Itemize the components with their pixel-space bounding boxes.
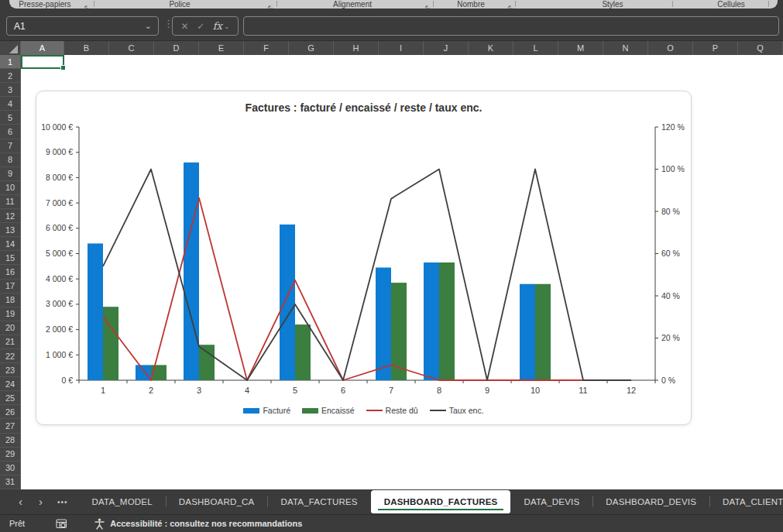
- row-header-8[interactable]: 8: [0, 153, 21, 167]
- column-header-D[interactable]: D: [154, 41, 199, 55]
- row-header-2[interactable]: 2: [0, 69, 21, 83]
- column-header-P[interactable]: P: [693, 41, 738, 55]
- column-header-L[interactable]: L: [513, 41, 558, 55]
- column-header-I[interactable]: I: [379, 41, 424, 55]
- row-header-10[interactable]: 10: [0, 181, 21, 195]
- row-header-19[interactable]: 19: [0, 307, 21, 321]
- legend-item[interactable]: Taux enc.: [430, 406, 484, 415]
- insert-function-button[interactable]: fx ⌄: [213, 20, 230, 32]
- cancel-icon[interactable]: ✕: [181, 21, 189, 32]
- macro-record-icon[interactable]: [56, 519, 67, 529]
- column-header-N[interactable]: N: [603, 41, 648, 55]
- select-all-triangle-icon: [9, 45, 18, 53]
- enter-icon[interactable]: ✓: [197, 21, 204, 32]
- svg-text:5 000 €: 5 000 €: [46, 249, 73, 258]
- row-header-13[interactable]: 13: [0, 223, 21, 237]
- accessibility-status[interactable]: Accessibilité : consultez nos recommanda…: [110, 519, 302, 528]
- sheet-tab-bar: ‹ › ••• DATA_MODELDASHBOARD_CADATA_FACTU…: [0, 489, 783, 514]
- row-header-4[interactable]: 4: [0, 97, 21, 111]
- column-header-F[interactable]: F: [244, 41, 289, 55]
- row-header-30[interactable]: 30: [0, 462, 21, 475]
- row-header-24[interactable]: 24: [0, 377, 21, 391]
- svg-text:100 %: 100 %: [661, 164, 685, 173]
- tab-label: DASHBOARD_CA: [179, 497, 255, 506]
- svg-text:4: 4: [245, 386, 249, 395]
- legend-item[interactable]: Reste dû: [366, 406, 418, 415]
- chart-card[interactable]: Factures : facturé / encaissé / reste / …: [36, 91, 692, 425]
- chevron-down-icon[interactable]: ⌄: [145, 21, 158, 31]
- row-header-23[interactable]: 23: [0, 363, 21, 377]
- svg-text:9: 9: [485, 386, 489, 395]
- row-header-17[interactable]: 17: [0, 280, 21, 293]
- row-header-18[interactable]: 18: [0, 293, 21, 307]
- row-header-20[interactable]: 20: [0, 321, 21, 335]
- active-cell[interactable]: [21, 55, 64, 69]
- column-headers: ABCDEFGHIJKLMNOPQ: [0, 40, 783, 55]
- row-header-29[interactable]: 29: [0, 448, 21, 462]
- row-header-16[interactable]: 16: [0, 265, 21, 279]
- row-header-15[interactable]: 15: [0, 251, 21, 265]
- formula-input[interactable]: [243, 16, 779, 36]
- legend-swatch: [366, 410, 383, 411]
- sheet-nav-more-icon[interactable]: •••: [57, 498, 68, 506]
- column-header-Q[interactable]: Q: [738, 41, 783, 55]
- group-separator: [515, 1, 516, 7]
- name-box[interactable]: A1 ⌄: [6, 16, 159, 36]
- row-header-25[interactable]: 25: [0, 391, 21, 405]
- svg-text:6 000 €: 6 000 €: [46, 223, 73, 232]
- select-all-button[interactable]: [0, 41, 21, 55]
- svg-text:0 €: 0 €: [61, 376, 73, 385]
- row-header-21[interactable]: 21: [0, 335, 21, 349]
- row-header-31[interactable]: 31: [0, 475, 21, 489]
- column-header-B[interactable]: B: [64, 41, 109, 55]
- row-header-6[interactable]: 6: [0, 125, 21, 139]
- svg-text:8: 8: [437, 386, 441, 395]
- column-header-O[interactable]: O: [648, 41, 693, 55]
- tab-data_clients[interactable]: DATA_CLIENTS: [709, 489, 783, 514]
- column-header-G[interactable]: G: [289, 41, 334, 55]
- status-mode[interactable]: Prêt: [9, 519, 25, 528]
- svg-text:20 %: 20 %: [661, 333, 680, 342]
- sheet-nav-prev-icon[interactable]: ‹: [19, 489, 22, 514]
- legend-swatch: [302, 408, 318, 414]
- row-header-9[interactable]: 9: [0, 167, 21, 181]
- excel-window: Presse-papiersPoliceAlignementNombreStyl…: [0, 0, 783, 532]
- svg-text:9 000 €: 9 000 €: [46, 147, 73, 156]
- tab-data_devis[interactable]: DATA_DEVIS: [510, 489, 592, 514]
- tab-dashboard_ca[interactable]: DASHBOARD_CA: [166, 489, 268, 514]
- row-header-12[interactable]: 12: [0, 209, 21, 223]
- column-header-K[interactable]: K: [469, 41, 513, 55]
- column-header-E[interactable]: E: [199, 41, 244, 55]
- fill-handle[interactable]: [60, 65, 66, 70]
- tab-dashboard_factures[interactable]: DASHBOARD_FACTURES: [371, 490, 511, 513]
- row-header-7[interactable]: 7: [0, 139, 21, 153]
- tab-data_model[interactable]: DATA_MODEL: [79, 489, 166, 514]
- status-bar: Prêt Accessibilité : consultez nos recom…: [0, 514, 783, 532]
- column-header-A[interactable]: A: [21, 41, 64, 55]
- row-header-14[interactable]: 14: [0, 237, 21, 251]
- sheet-nav-next-icon[interactable]: ›: [39, 489, 43, 514]
- accessibility-icon: [94, 518, 105, 530]
- column-header-C[interactable]: C: [109, 41, 154, 55]
- row-header-26[interactable]: 26: [0, 405, 21, 419]
- svg-text:11: 11: [579, 386, 587, 395]
- legend-item[interactable]: Encaissé: [302, 406, 355, 415]
- svg-text:10 000 €: 10 000 €: [41, 122, 73, 132]
- column-header-J[interactable]: J: [424, 41, 469, 55]
- row-header-1[interactable]: 1: [0, 55, 21, 69]
- tab-data_factures[interactable]: DATA_FACTURES: [267, 489, 370, 514]
- column-header-H[interactable]: H: [334, 41, 379, 55]
- legend-item[interactable]: Facturé: [243, 406, 290, 415]
- row-header-28[interactable]: 28: [0, 434, 21, 448]
- row-header-5[interactable]: 5: [0, 111, 21, 125]
- formula-buttons: ✕ ✓ fx ⌄: [172, 16, 239, 36]
- ribbon-group-strip: Presse-papiersPoliceAlignementNombreStyl…: [9, 0, 778, 9]
- svg-text:60 %: 60 %: [661, 249, 680, 258]
- row-header-3[interactable]: 3: [0, 83, 21, 97]
- row-header-22[interactable]: 22: [0, 349, 21, 363]
- row-header-11[interactable]: 11: [0, 195, 21, 209]
- row-header-27[interactable]: 27: [0, 419, 21, 433]
- legend-label: Facturé: [263, 406, 290, 415]
- tab-dashboard_devis[interactable]: DASHBOARD_DEVIS: [592, 489, 709, 514]
- column-header-M[interactable]: M: [558, 41, 603, 55]
